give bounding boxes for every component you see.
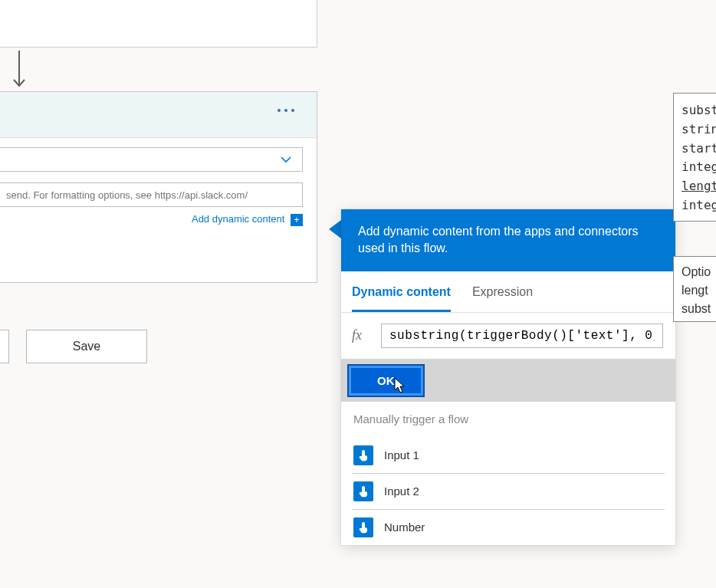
action-card: Add dynamic content +	[0, 91, 317, 283]
dc-item[interactable]: Number	[352, 510, 665, 545]
adjacent-button-fragment	[0, 330, 9, 363]
more-options-icon[interactable]	[272, 109, 300, 121]
expression-input[interactable]	[381, 324, 663, 348]
tooltip-line: start	[682, 140, 714, 159]
add-dynamic-content-link[interactable]: Add dynamic content +	[192, 213, 303, 225]
tooltip-line: subst	[682, 300, 714, 318]
tab-dynamic-content[interactable]: Dynamic content	[352, 271, 451, 312]
tooltip-line: subst	[682, 101, 714, 120]
fx-icon: fx	[352, 327, 370, 343]
dc-banner: Add dynamic content from the apps and co…	[341, 209, 675, 271]
message-input[interactable]	[0, 182, 303, 207]
touch-icon	[353, 445, 373, 465]
tab-expression[interactable]: Expression	[472, 271, 533, 312]
dc-item-list: Input 1 Input 2 Number	[341, 438, 675, 545]
dc-item[interactable]: Input 1	[352, 438, 665, 474]
description-tooltip: Optio lengt subst	[673, 256, 716, 322]
dc-tabs: Dynamic content Expression	[341, 271, 675, 313]
dc-item-label: Number	[384, 521, 425, 534]
tooltip-line: integ	[682, 196, 714, 215]
channel-select[interactable]	[0, 147, 303, 172]
chevron-down-icon	[279, 153, 293, 169]
ok-button[interactable]: OK	[349, 366, 423, 396]
save-button[interactable]: Save	[26, 330, 147, 363]
previous-step-card	[0, 0, 317, 48]
dynamic-content-flyout: Add dynamic content from the apps and co…	[341, 209, 675, 545]
flyout-pointer-icon	[329, 220, 341, 238]
add-dc-label: Add dynamic content	[192, 213, 284, 225]
tooltip-line: integ	[682, 158, 714, 177]
tooltip-line: lengt	[682, 281, 714, 300]
signature-tooltip: subst strin start integ lengt integ	[673, 93, 716, 222]
dc-item-label: Input 1	[384, 448, 419, 462]
dc-group-title: Manually trigger a flow	[341, 402, 675, 438]
touch-icon	[353, 517, 373, 537]
plus-icon: +	[291, 214, 303, 226]
action-card-header	[0, 92, 317, 138]
ok-bar: OK	[341, 360, 675, 402]
touch-icon	[353, 481, 373, 501]
dc-item-label: Input 2	[384, 485, 419, 498]
flow-arrow-icon	[11, 51, 27, 88]
tooltip-line: strin	[682, 120, 714, 140]
tooltip-line: Optio	[682, 263, 714, 281]
tooltip-line: lengt	[682, 177, 714, 196]
dc-item[interactable]: Input 2	[352, 474, 665, 510]
